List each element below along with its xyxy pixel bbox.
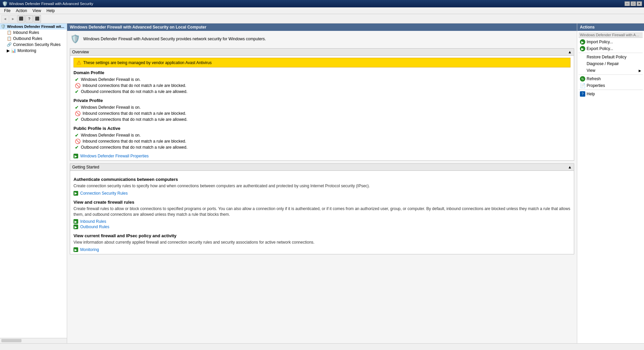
content-header: Windows Defender Firewall with Advanced … — [67, 23, 577, 31]
scrollable-content: Overview ▲ ⚠ These settings are being ma… — [67, 47, 577, 343]
back-button[interactable]: ◄ — [1, 15, 9, 22]
action-diagnose[interactable]: Diagnose / Repair — [579, 60, 643, 67]
action-export-policy-label: Export Policy... — [587, 46, 613, 51]
menu-bar: File Action View Help — [0, 7, 644, 14]
sidebar-outbound-label: Outbound Rules — [13, 36, 42, 41]
action-separator-3 — [579, 90, 643, 90]
monitoring-link[interactable]: Monitoring — [80, 247, 99, 252]
public-row-text-1: Inbound connections that do not match a … — [83, 139, 186, 144]
domain-row-text-0: Windows Defender Firewall is on. — [81, 77, 141, 82]
private-profile-title: Private Profile — [73, 98, 571, 103]
action-export-policy[interactable]: ▶ Export Policy... — [579, 45, 643, 52]
check-icon-2: ✔ — [75, 89, 79, 94]
getting-started-collapse-icon[interactable]: ▲ — [568, 165, 572, 169]
view-icon — [580, 68, 585, 73]
action-view[interactable]: View ▶ — [579, 67, 643, 74]
menu-help[interactable]: Help — [44, 8, 58, 14]
domain-row-text-1: Inbound connections that do not match a … — [83, 83, 186, 88]
connection-security-icon: 🔗 — [7, 42, 12, 47]
monitoring-icon: 📊 — [11, 48, 16, 53]
up-button[interactable]: ⬛ — [17, 15, 25, 22]
action-restore-default[interactable]: Restore Default Policy — [579, 54, 643, 60]
properties-link-icon: ▶ — [73, 154, 78, 158]
sidebar-item-inbound[interactable]: 📋 Inbound Rules — [0, 30, 67, 36]
menu-file[interactable]: File — [1, 8, 13, 14]
window-title: Windows Defender Firewall with Advanced … — [9, 2, 93, 6]
getting-started-section: Getting Started ▲ Authenticate communica… — [70, 163, 574, 254]
domain-row-1: 🚫 Inbound connections that do not match … — [73, 83, 571, 89]
private-row-text-2: Outbound connections that do not match a… — [81, 117, 188, 122]
action-help[interactable]: ? Help — [579, 91, 643, 97]
sidebar: 🛡️ Windows Defender Firewall wit... 📋 In… — [0, 23, 67, 343]
content-area: Windows Defender Firewall with Advanced … — [67, 23, 577, 343]
connection-security-link-icon: ▶ — [73, 191, 78, 196]
close-button[interactable]: ✕ — [637, 1, 642, 6]
action-diagnose-label: Diagnose / Repair — [587, 61, 619, 66]
action-properties-label: Properties — [587, 83, 605, 88]
connection-security-link-row[interactable]: ▶ Connection Security Rules — [73, 191, 571, 196]
getting-started-content: Authenticate communications between comp… — [70, 171, 574, 254]
private-row-2: ✔ Outbound connections that do not match… — [73, 116, 571, 122]
warning-icon: ⚠ — [77, 59, 81, 66]
action-help-label: Help — [587, 92, 595, 96]
sidebar-inbound-label: Inbound Rules — [13, 30, 39, 35]
action-separator-1 — [579, 53, 643, 53]
monitoring-link-row[interactable]: ▶ Monitoring — [73, 247, 571, 252]
view-create-title: View and create firewall rules — [73, 200, 571, 205]
outbound-rules-link-row[interactable]: ▶ Outbound Rules — [73, 224, 571, 229]
sidebar-item-monitoring[interactable]: ▶ 📊 Monitoring — [0, 48, 67, 54]
minimize-button[interactable]: ─ — [625, 1, 630, 6]
action-refresh[interactable]: ↻ Refresh — [579, 76, 643, 82]
actions-header: Actions — [577, 23, 644, 31]
domain-row-0: ✔ Windows Defender Firewall is on. — [73, 77, 571, 83]
actions-panel: Actions Windows Defender Firewall with A… — [577, 23, 644, 343]
connection-security-rules-link[interactable]: Connection Security Rules — [80, 191, 128, 196]
sidebar-item-connection-security[interactable]: 🔗 Connection Security Rules — [0, 42, 67, 48]
overview-title: Overview — [72, 50, 89, 54]
extra-button[interactable]: ⬛ — [34, 15, 41, 22]
maximize-button[interactable]: □ — [631, 1, 636, 6]
forward-button[interactable]: ► — [9, 15, 17, 22]
menu-action[interactable]: Action — [13, 8, 30, 14]
inbound-icon: 📋 — [7, 30, 12, 35]
title-bar-title: 🛡️ Windows Defender Firewall with Advanc… — [2, 1, 93, 6]
menu-view[interactable]: View — [30, 8, 44, 14]
check-icon-p2: ✔ — [75, 117, 79, 122]
action-import-policy[interactable]: ▶ Import Policy... — [579, 39, 643, 45]
sidebar-item-outbound[interactable]: 📋 Outbound Rules — [0, 36, 67, 42]
restore-default-icon — [580, 54, 585, 60]
getting-started-title: Getting Started — [72, 165, 99, 169]
help-action-icon: ? — [580, 91, 585, 97]
private-row-text-0: Windows Defender Firewall is on. — [81, 105, 141, 110]
sidebar-root-label: Windows Defender Firewall wit... — [7, 24, 64, 29]
public-row-2: ✔ Outbound connections that do not match… — [73, 144, 571, 150]
diagnose-icon — [580, 61, 585, 66]
public-profile-section: Public Profile is Active ✔ Windows Defen… — [73, 126, 571, 150]
firewall-root-icon: 🛡️ — [1, 24, 6, 29]
sidebar-bottom — [0, 338, 67, 343]
block-icon-1: 🚫 — [75, 83, 81, 88]
intro-section: 🛡️ Windows Defender Firewall with Advanc… — [67, 31, 577, 47]
action-refresh-label: Refresh — [587, 77, 601, 81]
authenticate-title: Authenticate communications between comp… — [73, 177, 571, 182]
sidebar-root[interactable]: 🛡️ Windows Defender Firewall wit... — [0, 23, 67, 30]
firewall-properties-link[interactable]: Windows Defender Firewall Properties — [80, 154, 149, 158]
import-policy-icon: ▶ — [580, 39, 585, 45]
getting-started-header: Getting Started ▲ — [70, 164, 574, 171]
warning-banner: ⚠ These settings are being managed by ve… — [73, 58, 571, 67]
inbound-rules-link-row[interactable]: ▶ Inbound Rules — [73, 219, 571, 224]
domain-profile-title: Domain Profile — [73, 70, 571, 75]
view-submenu-arrow: ▶ — [639, 69, 641, 72]
overview-collapse-icon[interactable]: ▲ — [568, 50, 572, 54]
help-toolbar-button[interactable]: ? — [26, 15, 33, 22]
refresh-action-icon: ↻ — [580, 76, 585, 82]
action-properties[interactable]: 📄 Properties — [579, 82, 643, 89]
view-current-title: View current firewall and IPsec policy a… — [73, 233, 571, 238]
public-profile-title: Public Profile is Active — [73, 126, 571, 131]
firewall-properties-link-row[interactable]: ▶ Windows Defender Firewall Properties — [73, 154, 571, 158]
inbound-rules-link[interactable]: Inbound Rules — [80, 219, 106, 224]
outbound-rules-link[interactable]: Outbound Rules — [80, 224, 109, 229]
intro-text: Windows Defender Firewall with Advanced … — [83, 37, 266, 41]
action-separator-2 — [579, 74, 643, 75]
firewall-logo-icon: 🛡️ — [70, 34, 81, 44]
